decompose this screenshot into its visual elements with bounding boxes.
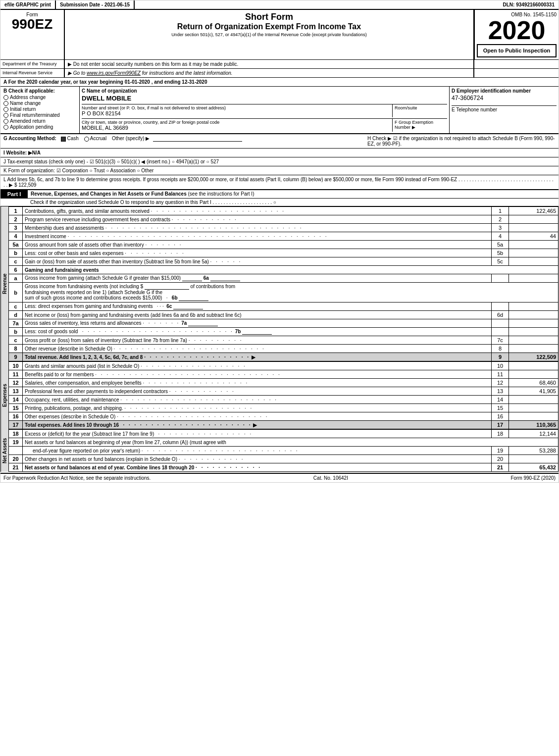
line-amount xyxy=(509,249,559,257)
line-desc: Investment income · · · · · · · · · · · … xyxy=(23,232,492,241)
line-ref: 3 xyxy=(492,224,509,232)
table-row: end-of-year figure reported on prior yea… xyxy=(9,447,559,455)
line-amount xyxy=(509,302,559,311)
line-ref: 8 xyxy=(492,345,509,353)
line-amount xyxy=(509,336,559,345)
submission-date: Submission Date - 2021-06-15 xyxy=(56,0,135,9)
section-l-row: L Add lines 5b, 6c, and 7b to line 9 to … xyxy=(0,175,559,190)
line-amount xyxy=(509,328,559,336)
line-num: b xyxy=(9,283,23,302)
line-ref: 6d xyxy=(492,311,509,319)
line-desc: Less: cost or other basis and sales expe… xyxy=(23,249,492,257)
line-ref: 9 xyxy=(492,353,509,361)
part1-label: Part I xyxy=(0,190,28,198)
line-ref: 1 xyxy=(492,207,509,215)
line-ref: 5b xyxy=(492,249,509,257)
city-area: City or town, state or province, country… xyxy=(82,119,393,132)
org-info-section: B Check if applicable: Address change Na… xyxy=(0,87,559,134)
line-num: c xyxy=(9,302,23,311)
line-desc: Gross income from fundraising events (no… xyxy=(23,283,559,302)
dept-label2: Internal Revenue Service xyxy=(0,69,65,77)
table-row: 9 Total revenue. Add lines 1, 2, 3, 4, 5… xyxy=(9,353,559,361)
paperwork-notice: For Paperwork Reduction Act Notice, see … xyxy=(3,475,151,481)
line-ref xyxy=(492,319,509,328)
schedule-check-row: Check if the organization used Schedule … xyxy=(0,199,559,206)
table-row: c Less: direct expenses from gaming and … xyxy=(9,302,559,311)
initial-radio xyxy=(3,107,8,112)
table-row: d Net income or (loss) from gaming and f… xyxy=(9,311,559,319)
line-num: 5a xyxy=(9,241,23,249)
table-row: b Less: cost of goods sold · · · · · · ·… xyxy=(9,328,559,336)
table-row: 16 Other expenses (describe in Schedule … xyxy=(9,412,559,421)
line-num: 9 xyxy=(9,353,23,361)
phone-label: E Telephone number xyxy=(452,105,557,112)
line-desc: Other revenue (describe in Schedule O) ·… xyxy=(23,345,492,353)
table-row: 2 Program service revenue including gove… xyxy=(9,215,559,224)
title-line1: Short Form xyxy=(67,12,471,22)
org-row1: B Check if applicable: Address change Na… xyxy=(0,87,559,134)
table-row: c Gross profit or (loss) from sales of i… xyxy=(9,336,559,345)
footer: For Paperwork Reduction Act Notice, see … xyxy=(0,473,559,482)
name-change-item: Name change xyxy=(3,101,76,106)
name-radio xyxy=(3,101,8,106)
form-number-area: Form 990EZ xyxy=(0,10,65,59)
table-row: 10 Grants and similar amounts paid (list… xyxy=(9,362,559,370)
c-label: C Name of organization xyxy=(82,88,447,94)
form-footer: Form 990-EZ (2020) xyxy=(510,475,556,481)
table-row: b Gross income from fundraising events (… xyxy=(9,283,559,302)
table-row: 4 Investment income · · · · · · · · · · … xyxy=(9,232,559,241)
table-row: 12 Salaries, other compensation, and emp… xyxy=(9,379,559,387)
omb-area: OMB No. 1545-1150 2020 Open to Public In… xyxy=(474,10,559,59)
line-num: 3 xyxy=(9,224,23,232)
line-ref: 2 xyxy=(492,215,509,224)
street-area: Number and street (or P. O. box, if mail… xyxy=(82,104,393,117)
table-row: 13 Professional fees and other payments … xyxy=(9,387,559,396)
line-amount: 44 xyxy=(509,232,559,241)
line-ref xyxy=(492,274,509,283)
line-amount xyxy=(509,257,559,266)
line-num: a xyxy=(9,274,23,283)
final-return-item: Final return/terminated xyxy=(3,112,76,118)
netassets-table: 18 Excess or (deficit) for the year (Sub… xyxy=(8,429,559,472)
revenue-section: Revenue 1 Contributions, gifts, grants, … xyxy=(0,206,559,361)
note1-right xyxy=(474,60,559,68)
section-k-row: K Form of organization: ☑ Corporation ○ … xyxy=(0,166,559,175)
table-row: 18 Excess or (deficit) for the year (Sub… xyxy=(9,430,559,438)
table-row: 5a Gross amount from sale of assets othe… xyxy=(9,241,559,249)
line-num: 8 xyxy=(9,345,23,353)
netassets-vert-label: Net Assets xyxy=(0,429,8,472)
line-num: b xyxy=(9,249,23,257)
revenue-vert-label: Revenue xyxy=(0,206,8,361)
table-row: 15 Printing, publications, postage, and … xyxy=(9,404,559,412)
table-row: 8 Other revenue (describe in Schedule O)… xyxy=(9,345,559,353)
line-num: 6 xyxy=(9,266,23,274)
dln: DLN: 93492166000331 xyxy=(499,0,559,9)
expenses-vert-label: Expenses xyxy=(0,361,8,429)
section-c-area: C Name of organization DWELL MOBILE Numb… xyxy=(80,87,450,133)
line-num: 1 xyxy=(9,207,23,215)
table-row: 17 Total expenses. Add lines 10 through … xyxy=(9,421,559,429)
section-a: A For the 2020 calendar year, or tax yea… xyxy=(0,78,559,87)
form-number: 990EZ xyxy=(3,17,61,31)
line-num: 2 xyxy=(9,215,23,224)
line-ref xyxy=(492,302,509,311)
table-row: 6 Gaming and fundraising events xyxy=(9,266,559,274)
name-change-label: Name change xyxy=(10,101,41,106)
expenses-section: Expenses 10 Grants and similar amounts p… xyxy=(0,361,559,429)
line-desc: Less: direct expenses from gaming and fu… xyxy=(23,302,492,311)
part1-header-row: Part I Revenue, Expenses, and Changes in… xyxy=(0,190,559,199)
section-i-row: I Website: ▶N/A xyxy=(0,149,559,157)
line-desc: Gaming and fundraising events xyxy=(23,266,559,274)
line-desc: Less: cost of goods sold · · · · · · · ·… xyxy=(23,328,492,336)
table-row: 7a Gross sales of inventory, less return… xyxy=(9,319,559,328)
ein-value: 47-3606724 xyxy=(452,94,557,102)
table-row: 21 Net assets or fund balances at end of… xyxy=(9,463,559,472)
line-num: c xyxy=(9,257,23,266)
line-desc: Gross profit or (loss) from sales of inv… xyxy=(23,336,492,345)
section-j-row: J Tax-exempt status (check only one) - ☑… xyxy=(0,157,559,166)
address-radio xyxy=(3,95,8,100)
line-ref: 4 xyxy=(492,232,509,241)
app-pending-item: Application pending xyxy=(3,124,76,130)
line-amount xyxy=(509,224,559,232)
table-row: c Gain or (loss) from sale of assets oth… xyxy=(9,257,559,266)
